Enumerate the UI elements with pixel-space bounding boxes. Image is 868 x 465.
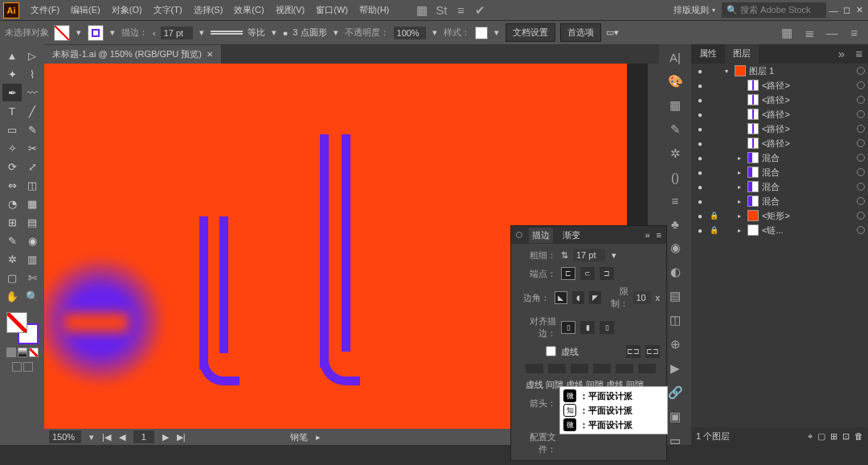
align-panel-icon[interactable]: ▭▾ bbox=[606, 27, 619, 38]
blend-tool[interactable]: ◉ bbox=[23, 232, 42, 249]
target-icon[interactable] bbox=[857, 139, 865, 147]
layer-name[interactable]: <链... bbox=[762, 224, 854, 237]
asset-export-panel-icon[interactable]: ▣ bbox=[666, 409, 684, 424]
tab-properties[interactable]: 属性 bbox=[691, 44, 725, 64]
target-icon[interactable] bbox=[857, 226, 865, 234]
stroke-stepper-prev[interactable]: ‹ bbox=[153, 28, 156, 38]
target-icon[interactable] bbox=[857, 96, 865, 104]
disclosure-icon[interactable]: ▸ bbox=[738, 227, 744, 234]
target-icon[interactable] bbox=[857, 81, 865, 89]
dash-align-icon[interactable]: ⊏⊐ bbox=[645, 345, 660, 358]
transparency-panel-icon[interactable]: ◐ bbox=[666, 265, 684, 279]
artboard-tool[interactable]: ▢ bbox=[2, 269, 22, 286]
stroke-swatch[interactable] bbox=[88, 25, 104, 41]
zoom-input[interactable]: 150% bbox=[49, 430, 81, 443]
layer-row[interactable]: ●<路径> bbox=[691, 136, 868, 150]
menu-type[interactable]: 文字(T) bbox=[149, 2, 187, 19]
color-panel-icon[interactable]: 🎨 bbox=[666, 74, 684, 88]
layer-row[interactable]: ●<路径> bbox=[691, 121, 868, 136]
layer-name[interactable]: 混合 bbox=[762, 167, 854, 179]
gap-input[interactable] bbox=[593, 364, 611, 373]
artboard-nav-next[interactable]: ▶ bbox=[162, 432, 169, 442]
weight-stepper[interactable]: ⇅ bbox=[561, 250, 568, 261]
layer-name[interactable]: 混合 bbox=[762, 152, 854, 164]
pathfinder-panel-icon[interactable]: ◫ bbox=[666, 313, 684, 327]
target-icon[interactable] bbox=[857, 168, 865, 176]
align-center[interactable]: ▯ bbox=[561, 321, 575, 334]
layer-row[interactable]: ●▸混合 bbox=[691, 179, 868, 194]
locate-layer-icon[interactable]: ⌖ bbox=[808, 431, 813, 442]
color-mode-icon[interactable] bbox=[6, 348, 16, 357]
make-clip-icon[interactable]: ▢ bbox=[817, 431, 825, 442]
magic-wand-tool[interactable]: ✦ bbox=[2, 65, 22, 83]
links-panel-icon[interactable]: 🔗 bbox=[666, 385, 684, 400]
slice-tool[interactable]: ✄ bbox=[23, 269, 42, 286]
none-mode-icon[interactable] bbox=[29, 348, 39, 357]
corner-round[interactable]: ◖ bbox=[572, 291, 584, 304]
cap-round[interactable]: ⊂ bbox=[580, 267, 595, 280]
artboard-nav-prev[interactable]: ◀ bbox=[119, 432, 125, 442]
glyphs-panel-icon[interactable]: () bbox=[666, 171, 684, 184]
arrange-icon[interactable]: ▦ bbox=[413, 2, 431, 19]
preferences-button[interactable]: 首选项 bbox=[560, 23, 601, 42]
target-icon[interactable] bbox=[857, 197, 865, 205]
weight-input[interactable]: 17 pt bbox=[573, 249, 605, 261]
menu-effect[interactable]: 效果(C) bbox=[229, 2, 268, 19]
layer-row[interactable]: ●<路径> bbox=[691, 93, 868, 107]
rotate-tool[interactable]: ⟳ bbox=[2, 158, 22, 175]
zoom-tool[interactable]: 🔍 bbox=[23, 287, 42, 305]
disclosure-icon[interactable]: ▸ bbox=[738, 198, 744, 205]
shaper-tool[interactable]: ✧ bbox=[2, 139, 22, 157]
visibility-icon[interactable]: ● bbox=[694, 81, 706, 90]
menu-window[interactable]: 窗口(W) bbox=[311, 2, 353, 19]
menu-view[interactable]: 视图(V) bbox=[271, 2, 310, 19]
dash-input[interactable] bbox=[616, 364, 633, 373]
layer-name[interactable]: 混合 bbox=[762, 181, 854, 193]
menu-object[interactable]: 对象(O) bbox=[107, 2, 147, 19]
visibility-icon[interactable]: ● bbox=[694, 67, 706, 76]
layer-row[interactable]: ●<路径> bbox=[691, 107, 868, 121]
eyedropper-tool[interactable]: ✎ bbox=[2, 232, 22, 249]
actions-panel-icon[interactable]: ▶ bbox=[666, 361, 684, 376]
workspace-switch[interactable]: 排版规则▾ bbox=[669, 2, 720, 18]
symbols-panel-icon[interactable]: ✲ bbox=[666, 146, 684, 161]
layer-row[interactable]: ●🔒▸<链... bbox=[691, 223, 868, 237]
target-icon[interactable] bbox=[857, 154, 865, 162]
lock-icon[interactable]: 🔒 bbox=[709, 226, 719, 234]
tab-layers[interactable]: 图层 bbox=[725, 44, 759, 64]
target-icon[interactable] bbox=[857, 110, 865, 118]
visibility-icon[interactable]: ● bbox=[694, 125, 706, 134]
opacity-input[interactable]: 100% bbox=[394, 27, 426, 39]
menu-edit[interactable]: 编辑(E) bbox=[66, 2, 105, 19]
visibility-icon[interactable]: ● bbox=[694, 96, 706, 105]
disclosure-icon[interactable]: ▸ bbox=[738, 183, 744, 191]
weight-dropdown[interactable]: ▾ bbox=[610, 250, 618, 261]
visibility-icon[interactable]: ● bbox=[694, 197, 706, 206]
layer-name[interactable]: <路径> bbox=[762, 123, 854, 135]
gradient-tool[interactable]: ▤ bbox=[23, 213, 42, 231]
window-restore-icon[interactable]: ◻ bbox=[841, 5, 852, 16]
delete-layer-icon[interactable]: 🗑 bbox=[854, 431, 863, 442]
visibility-icon[interactable]: ● bbox=[694, 226, 706, 235]
corner-miter[interactable]: ◣ bbox=[555, 291, 567, 304]
dashed-checkbox[interactable] bbox=[546, 346, 556, 356]
layer-name[interactable]: 混合 bbox=[762, 195, 854, 208]
document-tab[interactable]: 未标题-1.ai @ 150% (RGB/GPU 预览) ✕ bbox=[44, 45, 221, 64]
visibility-icon[interactable]: ● bbox=[694, 110, 706, 119]
graph-tool[interactable]: ▥ bbox=[23, 250, 42, 268]
style-swatch[interactable] bbox=[475, 27, 488, 39]
artboard-number[interactable]: 1 bbox=[133, 430, 154, 443]
close-tab-icon[interactable]: ✕ bbox=[207, 50, 213, 59]
panel-grip-icon[interactable] bbox=[516, 232, 522, 238]
fill-stroke-indicator[interactable] bbox=[6, 312, 39, 344]
window-close-icon[interactable]: ✕ bbox=[854, 5, 865, 16]
layer-name[interactable]: <路径> bbox=[762, 138, 854, 150]
panel-menu-icon[interactable]: ≡ bbox=[850, 44, 868, 62]
appearance-panel-icon[interactable]: ♣ bbox=[666, 217, 684, 231]
tab-stroke[interactable]: 描边 bbox=[529, 228, 553, 243]
tab-gradient[interactable]: 渐变 bbox=[559, 228, 583, 243]
panel-collapse-icon[interactable]: » bbox=[833, 44, 850, 62]
panel-expand-icon[interactable]: » bbox=[645, 230, 649, 240]
dash-input[interactable] bbox=[571, 364, 588, 373]
transform-panel-icon[interactable]: ⊕ bbox=[666, 337, 684, 352]
